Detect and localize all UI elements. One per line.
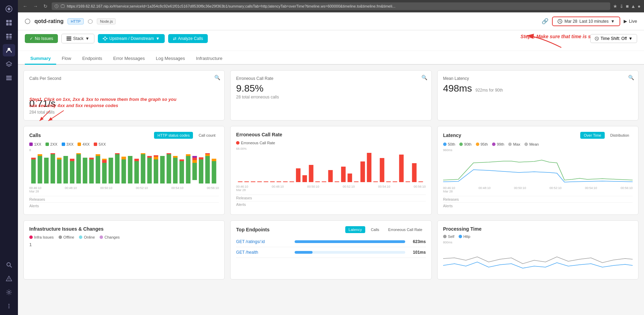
sidebar-icon-dots[interactable] bbox=[3, 300, 15, 312]
calls-filter-button[interactable]: Calls bbox=[367, 226, 382, 233]
tab-endpoints[interactable]: Endpoints bbox=[77, 53, 108, 65]
svg-rect-126 bbox=[393, 181, 397, 182]
legend-3xx[interactable]: 3XX bbox=[62, 142, 74, 146]
time-range-label: Last 10 minutes bbox=[580, 19, 609, 24]
app-header: qotd-rating HTTP Node.js 🔗 Mar 28 Last 1… bbox=[18, 12, 644, 30]
dropdown-arrow: ▼ bbox=[611, 19, 615, 24]
endpoint-value-2: 101ms bbox=[409, 250, 426, 255]
x-label-5: 00:54:10 bbox=[171, 186, 183, 193]
no-issues-button[interactable]: ✓ No Issues bbox=[25, 34, 58, 43]
calls-legend: 1XX 2XX 3XX 4XX bbox=[29, 142, 219, 146]
svg-rect-85 bbox=[173, 158, 177, 183]
badge-nodejs: Node.js bbox=[97, 18, 116, 24]
erroneous-filter-button[interactable]: Erroneous Call Rate bbox=[385, 226, 426, 233]
svg-rect-58 bbox=[76, 153, 81, 154]
svg-rect-111 bbox=[296, 168, 300, 182]
analyze-button[interactable]: ⇄ Analyze Calls bbox=[168, 34, 208, 43]
http-status-codes-button[interactable]: HTTP status codes bbox=[154, 132, 193, 139]
legend-dot-50th bbox=[443, 143, 447, 146]
svg-point-17 bbox=[7, 263, 10, 266]
legend-4xx[interactable]: 4XX bbox=[78, 142, 90, 146]
back-button[interactable]: ← bbox=[21, 3, 29, 10]
endpoint-link-2[interactable]: GET /health bbox=[236, 250, 291, 255]
svg-rect-101 bbox=[212, 159, 216, 161]
svg-rect-104 bbox=[251, 181, 255, 182]
erroneous-rate-subtitle: 28 total erroneous calls bbox=[236, 95, 426, 99]
svg-point-24 bbox=[9, 306, 10, 307]
svg-rect-71 bbox=[121, 157, 126, 159]
step1-arrows bbox=[29, 109, 98, 123]
svg-rect-47 bbox=[38, 156, 42, 183]
svg-rect-87 bbox=[180, 161, 184, 183]
forward-button[interactable]: → bbox=[32, 3, 39, 10]
sidebar-icon-dashboard[interactable] bbox=[3, 17, 15, 29]
sidebar bbox=[0, 0, 18, 315]
download-icon[interactable]: ⇓ bbox=[620, 3, 624, 9]
legend-2xx[interactable]: 2XX bbox=[45, 142, 58, 146]
legend-label-2xx: 2XX bbox=[50, 142, 58, 146]
sidebar-icon-grid[interactable] bbox=[3, 30, 15, 43]
legend-dot-95th bbox=[476, 143, 479, 146]
over-time-button[interactable]: Over Time bbox=[580, 132, 605, 139]
erroneous-legend: Erroneous Call Rate bbox=[236, 141, 426, 145]
tab-summary[interactable]: Summary bbox=[25, 53, 56, 65]
extension-icon2[interactable]: ▲ bbox=[631, 3, 636, 9]
bookmark-icon[interactable]: ★ bbox=[613, 3, 617, 9]
tab-flow[interactable]: Flow bbox=[56, 53, 76, 65]
legend-1xx[interactable]: 1XX bbox=[29, 142, 41, 146]
infra-issues-dot bbox=[29, 235, 33, 239]
offline-label: Offline bbox=[63, 235, 74, 239]
svg-rect-100 bbox=[212, 161, 216, 183]
svg-rect-123 bbox=[374, 181, 378, 182]
processing-time-card: Processing Time Self Http 800ms bbox=[437, 220, 638, 280]
legend-5xx[interactable]: 5XX bbox=[94, 142, 106, 146]
svg-marker-29 bbox=[88, 19, 92, 24]
svg-rect-9 bbox=[9, 36, 12, 38]
toolbar-right: Time Shift: Off ▼ bbox=[590, 34, 637, 43]
svg-rect-68 bbox=[115, 154, 120, 183]
svg-rect-69 bbox=[115, 153, 120, 154]
link-icon[interactable]: 🔗 bbox=[542, 18, 549, 24]
sidebar-icon-warning[interactable] bbox=[3, 272, 15, 285]
latency-chart-buttons: Over Time Distribution bbox=[580, 132, 633, 139]
live-button[interactable]: ▶ Live bbox=[624, 19, 637, 24]
sidebar-icon-person[interactable] bbox=[3, 44, 15, 56]
time-range-button[interactable]: Mar 28 Last 10 minutes ▼ bbox=[552, 17, 620, 26]
chart-cards-row: Calls HTTP status codes Call count 1XX 2… bbox=[23, 126, 638, 215]
stack-button[interactable]: Stack ▼ bbox=[61, 34, 94, 43]
sidebar-icon-stack[interactable] bbox=[3, 72, 15, 84]
tab-log-messages[interactable]: Log Messages bbox=[150, 53, 191, 65]
legend-label-5xx: 5XX bbox=[99, 142, 106, 146]
svg-rect-2 bbox=[6, 20, 9, 22]
timeshift-dropdown-icon: ▼ bbox=[628, 36, 633, 41]
legend-dot-mean bbox=[524, 143, 528, 146]
svg-rect-120 bbox=[354, 181, 359, 182]
call-count-button[interactable]: Call count bbox=[195, 132, 219, 139]
tab-infrastructure[interactable]: Infrastructure bbox=[191, 53, 228, 65]
calls-magnify-icon[interactable]: 🔍 bbox=[214, 75, 220, 80]
tab-error-messages[interactable]: Error Messages bbox=[108, 53, 151, 65]
infra-card: Infrastructure Issues & Changes Infra Is… bbox=[23, 220, 225, 280]
svg-rect-97 bbox=[205, 156, 210, 183]
refresh-button[interactable]: ↻ bbox=[42, 3, 49, 10]
endpoint-link-1[interactable]: GET /ratings/:id bbox=[236, 239, 291, 244]
sidebar-icon-gear[interactable] bbox=[3, 286, 15, 298]
svg-rect-86 bbox=[173, 156, 177, 158]
sidebar-icon-layers[interactable] bbox=[3, 58, 15, 70]
extension-icon3[interactable]: ● bbox=[638, 3, 641, 9]
upstream-button[interactable]: Upstream / Downstream ▼ bbox=[98, 34, 164, 43]
svg-rect-62 bbox=[96, 156, 100, 183]
sidebar-icon-search[interactable] bbox=[3, 259, 15, 271]
distribution-button[interactable]: Distribution bbox=[607, 132, 633, 139]
sidebar-icon-logo[interactable] bbox=[3, 3, 15, 15]
main-area: ← → ↻ https://169.62.62.167.nip.io/#/ser… bbox=[18, 0, 644, 315]
err-x-2: 00:48:10 bbox=[272, 185, 284, 192]
url-bar[interactable]: https://169.62.62.167.nip.io/#/service;s… bbox=[52, 2, 610, 10]
time-shift-button[interactable]: Time Shift: Off ▼ bbox=[590, 34, 637, 43]
latency-chart-card: Latency Over Time Distribution 50th 90th bbox=[437, 126, 638, 215]
latency-filter-button[interactable]: Latency bbox=[345, 226, 366, 233]
latency-magnify-icon[interactable]: 🔍 bbox=[628, 75, 634, 80]
svg-rect-59 bbox=[83, 158, 87, 183]
extension-icon1[interactable]: ■ bbox=[626, 3, 628, 9]
erroneous-magnify-icon[interactable]: 🔍 bbox=[421, 75, 427, 80]
